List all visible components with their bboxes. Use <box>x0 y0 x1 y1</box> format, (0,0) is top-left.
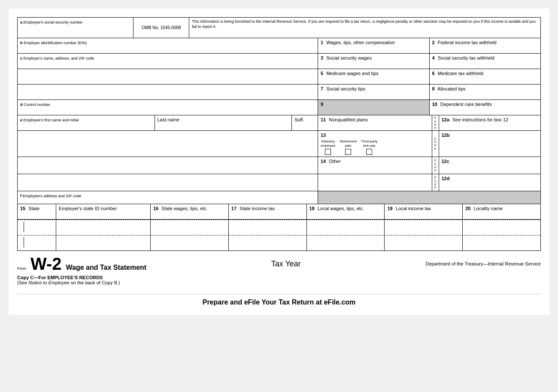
row-f-addr: f Employee's address and ZIP code <box>18 191 540 204</box>
copy-title: Copy C—For EMPLOYEE'S RECORDS <box>17 275 541 280</box>
row-state-headers: 15 State Employer's state ID number 16 S… <box>18 204 540 220</box>
retirement-checkbox[interactable] <box>345 149 351 155</box>
row-box14: 14 Other Code 12c <box>18 157 540 174</box>
row-ein: b Employer identification number (EIN) 1… <box>18 38 540 54</box>
cell-box11: 11 Nonqualified plans <box>318 115 432 130</box>
row-emp-name: e Employee's first name and initial Last… <box>18 115 540 131</box>
cell-state-id-data2 <box>56 235 151 250</box>
cell-box3: 3 Social security wages <box>318 54 430 69</box>
cell-box18-data1 <box>307 220 385 235</box>
emp-first-name: e Employee's first name and initial <box>18 115 155 130</box>
cell-box17-data1 <box>229 220 307 235</box>
thirdparty-checkbox[interactable] <box>366 149 372 155</box>
cell-box16-data2 <box>151 235 229 250</box>
cell-state-id-data1 <box>56 220 151 235</box>
row-box13: 13 Statutory employee Retirement plan <box>18 131 540 157</box>
box12b-code: Code <box>432 131 439 157</box>
copy-subtitle: (See Notice to Employee on the back of C… <box>17 280 541 285</box>
cell-employer-cont2 <box>18 84 318 100</box>
cell-ssn: a Employee's social security number <box>18 18 133 38</box>
cell-state-data2 <box>18 235 56 250</box>
cell-box20-data1 <box>463 220 540 235</box>
cell-box14: 14 Other <box>318 157 432 174</box>
box12c-code: Code <box>432 157 439 174</box>
efile-banner: Prepare and eFile Your Tax Return at eFi… <box>17 294 541 306</box>
cell-box19: 19 Local income tax <box>385 204 463 219</box>
copy-info: Copy C—For EMPLOYEE'S RECORDS (See Notic… <box>17 275 541 285</box>
tax-year: Tax Year <box>271 259 301 268</box>
form-subtitle: Wage and Tax Statement <box>66 264 147 271</box>
cell-box12a: Code 12a See instructions for box 12 <box>432 115 541 130</box>
cell-box1: 1 Wages, tips, other compensation <box>318 38 430 53</box>
cell-box18: 18 Local wages, tips, etc. <box>307 204 385 219</box>
emp-last-name: Last name <box>155 115 292 130</box>
form-label: Form <box>17 266 26 271</box>
cell-irs-notice: This information is being furnished to t… <box>189 18 540 38</box>
checkbox-statutory: Statutory employee <box>321 139 336 155</box>
box12d-code: Code <box>432 174 439 191</box>
form-title-row: Form W-2 Wage and Tax Statement Tax Year… <box>17 255 541 272</box>
cell-box18-data2 <box>307 235 385 250</box>
cell-box20: 20 Locality name <box>463 204 540 219</box>
cell-control: d Control number <box>18 100 318 115</box>
cell-ein: b Employer identification number (EIN) <box>18 38 318 53</box>
cell-box19-data2 <box>385 235 463 250</box>
row-box12d: Code 12d <box>18 174 540 191</box>
ein-label: b Employer identification number (EIN) <box>20 41 87 45</box>
cell-employer-name: c Employer's name, address, and ZIP code <box>18 54 318 69</box>
cell-box7: 7 Social security tips <box>318 84 430 100</box>
cell-box16-data1 <box>151 220 229 235</box>
cell-emp-addr2 <box>18 157 318 174</box>
cell-box5: 5 Medicare wages and tips <box>318 69 430 84</box>
cell-emp-addr <box>18 131 318 157</box>
checkbox-retirement: Retirement plan <box>340 139 357 155</box>
box12c-val: 12c <box>439 157 541 174</box>
cell-empty-14b <box>318 174 432 191</box>
cell-box6: 6 Medicare tax withheld <box>430 69 541 84</box>
w2-form: a Employee's social security number OMB … <box>17 17 541 251</box>
cell-gray-right <box>318 191 540 204</box>
box12a-code: Code <box>432 115 439 130</box>
cell-state-data1 <box>18 220 56 235</box>
cell-state-id: Employer's state ID number <box>56 204 151 219</box>
row-employer-cont2: 7 Social security tips 8 Allocated tips <box>18 84 540 100</box>
cell-box17: 17 State income tax <box>229 204 307 219</box>
ssn-label: a Employee's social security number <box>20 20 83 24</box>
row-employer-cont: 5 Medicare wages and tips 6 Medicare tax… <box>18 69 540 84</box>
cell-omb: OMB No. 1545-0008 <box>133 18 189 38</box>
cell-box12c: Code 12c <box>432 157 541 174</box>
cell-box15-state: 15 State <box>18 204 56 219</box>
form-w2-left: Form W-2 Wage and Tax Statement <box>17 255 146 272</box>
cell-f-addr: f Employee's address and ZIP code <box>18 191 318 204</box>
box12b-val: 12b <box>439 131 541 157</box>
cell-box16: 16 State wages, tips, etc. <box>151 204 229 219</box>
box12a-val: 12a See instructions for box 12 <box>439 115 541 130</box>
row-ssn: a Employee's social security number OMB … <box>18 18 540 38</box>
box12d-val: 12d <box>439 174 541 191</box>
row-control: d Control number 9 10 Dependent care ben… <box>18 100 540 115</box>
checkbox-row: Statutory employee Retirement plan <box>321 138 429 155</box>
form-w2-title: W-2 <box>30 255 62 272</box>
cell-box10: 10 Dependent care benefits <box>430 100 541 115</box>
box13-label: 13 <box>321 133 429 138</box>
cell-box4: 4 Social security tax withheld <box>430 54 541 69</box>
cell-box8: 8 Allocated tips <box>430 84 541 100</box>
row-state-data1 <box>18 220 540 235</box>
statutory-checkbox[interactable] <box>325 149 331 155</box>
cell-box2: 2 Federal income tax withheld <box>430 38 541 53</box>
cell-box9: 9 <box>318 100 430 115</box>
row-state-data2 <box>18 235 540 250</box>
control-label: d Control number <box>20 103 50 107</box>
cell-box20-data2 <box>463 235 540 250</box>
emp-name-row: e Employee's first name and initial Last… <box>18 115 318 130</box>
footer: Form W-2 Wage and Tax Statement Tax Year… <box>17 255 541 306</box>
cell-box12b: Code 12b <box>432 131 541 157</box>
cell-emp-addr3 <box>18 174 318 191</box>
row-employer-name: c Employer's name, address, and ZIP code… <box>18 54 540 69</box>
page-wrapper: a Employee's social security number OMB … <box>9 9 549 315</box>
cell-box17-data2 <box>229 235 307 250</box>
cell-box19-data1 <box>385 220 463 235</box>
cell-emp-name-outer: e Employee's first name and initial Last… <box>18 115 318 130</box>
emp-suff: Suff. <box>292 115 318 130</box>
cell-employer-cont <box>18 69 318 84</box>
